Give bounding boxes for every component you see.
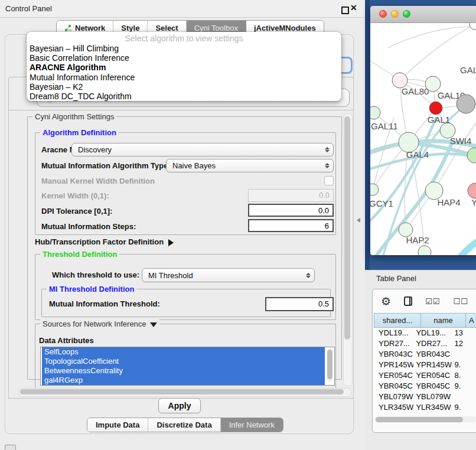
table-row[interactable]: YBL079W YBL079W (374, 392, 476, 402)
table-row[interactable]: YPR145W YPR145W 9. (374, 360, 476, 370)
attribute-list-scrollbar[interactable] (327, 349, 332, 382)
algorithm-definition-group: Algorithm Definition Aracne Mode: Discov… (35, 132, 336, 235)
sources-group: Sources for Network Inference Data Attri… (35, 324, 336, 388)
table-row[interactable]: YBR043C YBR043C (374, 349, 476, 360)
algorithm-placeholder: Select algorithm to view settings (27, 32, 341, 44)
which-threshold-label: Which threshold to use: (52, 270, 139, 279)
dpi-tolerance-input[interactable]: 0.0 (248, 204, 334, 217)
mi-steps-input[interactable]: 6 (248, 219, 334, 232)
network-node[interactable] (470, 23, 476, 30)
data-attributes-label: Data Attributes (39, 336, 94, 345)
apply-button[interactable]: Apply (158, 398, 201, 413)
manual-kernel-label: Manual Kernel Width Definition (41, 177, 155, 185)
attribute-item[interactable]: SelfLoops (42, 347, 325, 357)
table-horizontal-scrollbar[interactable] (375, 416, 476, 423)
network-node[interactable] (467, 148, 476, 163)
split-columns-icon[interactable] (404, 296, 412, 306)
threshold-definition-legend: Threshold Definition (40, 250, 119, 259)
network-node[interactable] (418, 246, 431, 255)
column-header-shared-name[interactable]: shared... (374, 313, 421, 328)
desktop-edge (365, 0, 370, 270)
mi-threshold-legend: MI Threshold Definition (47, 285, 136, 294)
network-node[interactable] (370, 106, 380, 119)
expand-right-icon (168, 239, 174, 246)
mi-type-combobox[interactable]: Naive Bayes (166, 159, 334, 172)
table-row[interactable]: YDL19... YDL19... 13 (374, 328, 476, 338)
which-threshold-combobox[interactable]: MI Threshold (142, 268, 315, 282)
hub-definition-toggle[interactable]: Hub/Transcription Factor Definition (35, 237, 174, 246)
network-window-titlebar[interactable] (370, 6, 476, 23)
collapse-down-icon (150, 322, 157, 327)
settings-vertical-scrollbar[interactable] (343, 113, 353, 386)
threshold-definition-group: Threshold Definition Which threshold to … (35, 254, 336, 320)
settings-horizontal-scrollbar[interactable] (18, 388, 351, 397)
sources-legend[interactable]: Sources for Network Inference (40, 319, 159, 328)
network-graph[interactable]: GALGAL80GAL10GAL1GAL11SWI4GAL4GCY1HAP4YH… (370, 23, 476, 255)
dpi-tolerance-label: DPI Tolerance [0,1]: (41, 207, 112, 216)
network-node[interactable] (468, 183, 476, 198)
minimized-panel-icon[interactable] (5, 445, 16, 450)
float-window-icon[interactable] (341, 6, 349, 14)
attribute-item[interactable]: BetweennessCentrality (42, 366, 325, 376)
stepper-icon (325, 147, 330, 152)
algorithm-dropdown-popup: Select algorithm to view settings Bayesi… (27, 32, 341, 101)
gear-icon[interactable]: ⚙ (381, 296, 391, 307)
node-label: GAL (460, 65, 476, 75)
stepper-icon (306, 273, 311, 278)
tab-infer-network[interactable]: Infer Network (221, 418, 283, 432)
node-label: GAL4 (406, 149, 429, 159)
cyni-algorithm-settings-legend: Cyni Algorithm Settings (32, 112, 116, 121)
algorithm-option[interactable]: ARACNE Algorithm (27, 63, 341, 72)
node-label: GAL11 (371, 121, 398, 131)
mi-threshold-input[interactable]: 0.5 (265, 297, 334, 311)
algorithm-option[interactable]: Dream8 DC_TDC Algorithm (27, 92, 341, 101)
table-body: YDL19... YDL19... 13 YDR27... YDR27... 1… (374, 328, 476, 415)
network-node[interactable] (429, 102, 442, 115)
manual-kernel-checkbox[interactable] (324, 176, 334, 185)
node-label: Y (471, 197, 476, 207)
table-row[interactable]: YIL052C YIL052C 9. (374, 413, 476, 415)
splitter-collapse-icon[interactable] (357, 218, 360, 223)
cyni-settings-pane: Cyni Algorithm Settings Algorithm Defini… (8, 110, 354, 399)
algorithm-option[interactable]: Bayesian – K2 (27, 82, 341, 92)
attribute-item[interactable]: gal4RGexp (42, 376, 325, 385)
data-attributes-list: SelfLoops TopologicalCoefficient Between… (40, 347, 335, 386)
algorithm-option[interactable]: Bayesian – Hill Climbing (27, 44, 341, 53)
table-row[interactable]: YLR345W YLR345W 9. (374, 402, 476, 413)
screen: Control Panel ✕ Network Style Select Cyn… (0, 0, 476, 450)
network-view-window: GALGAL80GAL10GAL1GAL11SWI4GAL4GCY1HAP4YH… (370, 6, 476, 255)
cyni-algorithm-settings-group: Cyni Algorithm Settings Algorithm Defini… (27, 116, 342, 380)
table-header-row: shared... name A (374, 313, 476, 328)
tab-impute-data[interactable]: Impute Data (87, 418, 148, 432)
network-node[interactable] (370, 184, 379, 195)
network-node[interactable] (425, 76, 441, 92)
node-label: HAP2 (406, 235, 429, 245)
close-traffic-light-icon[interactable] (379, 10, 387, 18)
algorithm-option[interactable]: Mutual Information Inference (27, 73, 341, 82)
network-node[interactable] (457, 94, 475, 113)
table-row[interactable]: YER054C YER054C 8. (374, 370, 476, 381)
node-label: GAL80 (402, 86, 429, 96)
select-all-checkboxes-icon[interactable]: ☑☑ (425, 297, 440, 306)
algorithm-definition-legend: Algorithm Definition (40, 128, 119, 137)
minimize-traffic-light-icon[interactable] (391, 10, 399, 18)
zoom-traffic-light-icon[interactable] (403, 10, 410, 18)
close-icon[interactable]: ✕ (350, 3, 357, 12)
node-table-card: ⚙ ☑☑ ☐☐ shared... name A YDL19... YDL19.… (372, 289, 476, 433)
column-header-name[interactable]: name (421, 313, 466, 328)
algorithm-option[interactable]: Basic Correlation Inference (27, 53, 341, 63)
stepper-icon (325, 163, 330, 168)
kernel-width-label: Kernel Width (0,1): (41, 191, 109, 200)
tab-discretize-data[interactable]: Discretize Data (148, 418, 220, 432)
table-panel-title: Table Panel (376, 274, 416, 283)
aracne-mode-combobox[interactable]: Discovery (71, 143, 334, 156)
table-row[interactable]: YDR27... YDR27... 12 (374, 338, 476, 349)
column-header-clipped[interactable]: A (466, 313, 476, 328)
attribute-item[interactable]: TopologicalCoefficient (42, 357, 325, 366)
table-row[interactable]: YBR045C YBR045C 9. (374, 381, 476, 392)
kernel-width-input[interactable]: 0.0 (248, 189, 334, 202)
mi-steps-label: Mutual Information Steps: (41, 222, 136, 231)
mi-threshold-label: Mutual Information Threshold: (49, 299, 160, 308)
node-label: SWI4 (450, 136, 472, 146)
deselect-all-checkboxes-icon[interactable]: ☐☐ (454, 297, 468, 306)
